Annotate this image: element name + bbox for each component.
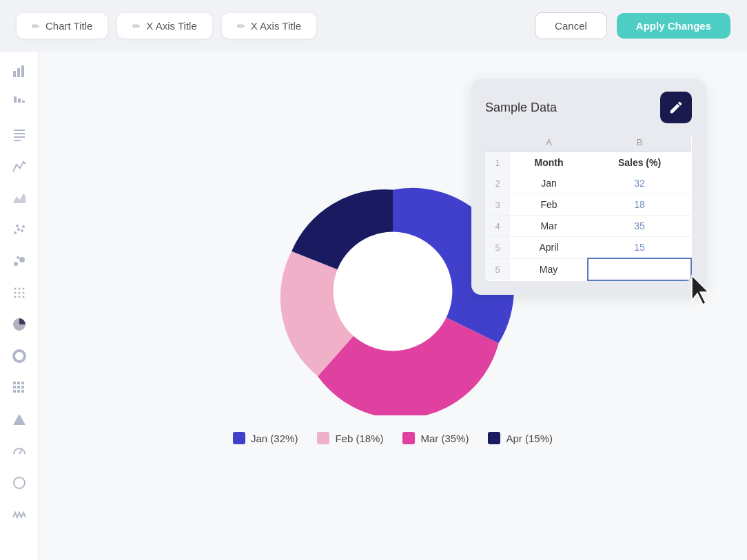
svg-point-40 [14,477,25,488]
wave-icon[interactable] [10,505,29,524]
apply-label: Apply Changes [636,20,711,32]
row-month-5: May [510,258,588,280]
row-value-4: 15 [588,237,691,259]
x-axis-title-button-1[interactable]: ✏ X Axis Title [117,13,212,39]
svg-rect-4 [18,98,21,103]
row-month-3: Mar [510,216,588,237]
apply-changes-button[interactable]: Apply Changes [617,13,730,39]
svg-point-25 [14,296,16,298]
legend-label-jan: Jan (32%) [251,433,298,444]
edit-data-button[interactable] [660,92,692,123]
svg-rect-31 [21,382,24,384]
pencil-icon-3: ✏ [237,21,245,32]
pie-chart-icon[interactable] [10,315,29,334]
pencil-icon: ✏ [32,21,40,32]
circle-icon[interactable] [10,473,29,492]
table-row: 5 May [485,258,691,280]
col-header-num [485,133,510,152]
svg-point-27 [22,296,24,298]
legend-item-jan: Jan (32%) [233,432,298,444]
area-chart-icon[interactable] [10,188,29,207]
cancel-label: Cancel [555,20,587,32]
svg-line-39 [19,449,22,454]
svg-point-21 [22,288,24,290]
svg-point-20 [18,288,20,290]
svg-marker-42 [692,276,708,304]
svg-rect-7 [14,133,25,134]
gauge-icon[interactable] [10,442,29,461]
svg-point-19 [14,288,16,290]
svg-point-22 [14,292,16,294]
legend-item-apr: Apr (15%) [488,432,553,444]
data-table-body: 2 Jan 32 3 Feb 18 4 Mar 35 [485,173,691,280]
column-chart-icon[interactable] [10,93,29,112]
legend-color-jan [233,432,245,444]
row-month-2: Feb [510,194,588,216]
svg-rect-8 [14,136,25,138]
svg-point-11 [14,231,17,234]
row-num-5: 5 [485,258,510,280]
scatter-icon[interactable] [10,220,29,239]
table-row: 5 April 15 [485,237,691,259]
chart-legend: Jan (32%) Feb (18%) Mar (35%) Apr (15%) [233,432,553,444]
svg-rect-5 [22,101,25,103]
row-month-1: Jan [510,173,588,194]
svg-marker-38 [13,414,25,425]
header-row-num: 1 [485,152,510,174]
cancel-button[interactable]: Cancel [535,12,607,39]
col-header-a: A [510,133,588,152]
bar-chart-icon[interactable] [10,61,29,81]
row-value-5-active[interactable] [588,258,691,280]
list-icon[interactable] [10,125,29,144]
x-axis-title-button-2[interactable]: ✏ X Axis Title [222,13,316,39]
svg-point-28 [14,351,25,362]
svg-rect-6 [14,129,25,131]
scatter2-icon[interactable] [10,283,29,302]
table-row: 4 Mar 35 [485,216,691,237]
svg-point-16 [14,262,18,266]
main-area: Jan (32%) Feb (18%) Mar (35%) Apr (15%) … [0,52,747,560]
triangle-icon[interactable] [10,410,29,429]
sales-header-cell: Sales (%) [588,152,691,174]
donut-chart-icon[interactable] [10,346,29,366]
svg-rect-36 [17,390,20,393]
svg-rect-0 [13,71,16,77]
x-axis-title-label-1: X Axis Title [146,20,196,32]
svg-point-26 [18,296,20,298]
svg-point-12 [17,228,20,231]
row-value-2: 18 [588,194,691,216]
svg-point-24 [22,292,24,294]
svg-point-18 [17,256,19,259]
grid-icon[interactable] [10,378,29,397]
svg-rect-9 [14,140,21,141]
toolbar: ✏ Chart Title ✏ X Axis Title ✏ X Axis Ti… [0,0,747,52]
row-month-4: April [510,237,588,259]
table-row: 3 Feb 18 [485,194,691,216]
svg-marker-10 [13,194,25,203]
svg-rect-30 [17,382,20,384]
svg-point-41 [334,232,453,351]
svg-point-14 [16,225,19,227]
data-table: A B 1 Month Sales (%) 2 Jan 32 [485,133,692,281]
svg-rect-3 [14,96,17,103]
legend-label-mar: Mar (35%) [420,433,469,444]
sidebar [0,52,39,560]
table-row: 2 Jan 32 [485,173,691,194]
chart-area: Jan (32%) Feb (18%) Mar (35%) Apr (15%) … [39,52,747,560]
legend-item-feb: Feb (18%) [317,432,383,444]
svg-rect-33 [17,386,20,388]
row-num-3: 4 [485,216,510,237]
legend-color-mar [402,432,415,444]
bubble-icon[interactable] [10,251,29,271]
svg-rect-29 [13,382,16,384]
row-num-1: 2 [485,173,510,194]
legend-color-feb [317,432,329,444]
line-chart-icon[interactable] [10,156,29,176]
chart-title-label: Chart Title [45,20,92,32]
pencil-edit-icon [668,100,684,115]
svg-rect-35 [13,390,16,393]
legend-color-apr [488,432,500,444]
row-num-2: 3 [485,194,510,216]
chart-title-button[interactable]: ✏ Chart Title [17,13,108,39]
pencil-icon-2: ✏ [132,21,141,32]
